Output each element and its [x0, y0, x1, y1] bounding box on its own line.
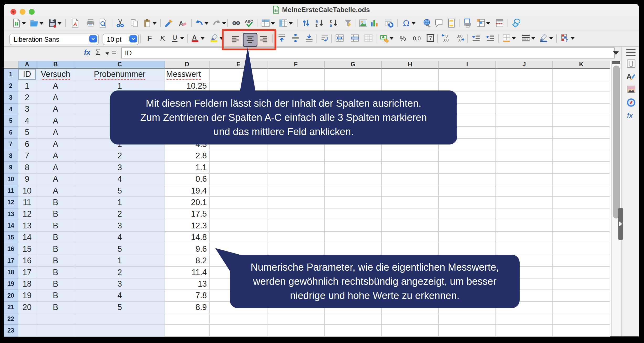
row-operations[interactable]: [260, 17, 271, 29]
row-header-1[interactable]: 1: [4, 69, 18, 80]
insert-image[interactable]: [358, 17, 368, 29]
cell-D10[interactable]: 0.6: [165, 174, 210, 185]
cell-K2[interactable]: [553, 80, 610, 92]
zoom-window-button[interactable]: [29, 9, 35, 15]
cell-D23[interactable]: [165, 325, 210, 336]
cell-K5[interactable]: [553, 115, 610, 127]
cell-G12[interactable]: [325, 197, 382, 208]
cell-J8[interactable]: [496, 150, 553, 162]
unmerge-cells[interactable]: [363, 32, 374, 44]
new-document-dropdown-icon[interactable]: [22, 22, 26, 25]
column-header-C[interactable]: C: [75, 61, 165, 69]
cell-J2[interactable]: [496, 80, 553, 92]
cell-C14[interactable]: 3: [75, 220, 165, 232]
cell-C21[interactable]: 5: [75, 302, 165, 313]
cell-D12[interactable]: 20.1: [165, 197, 210, 208]
cell-D9[interactable]: 1.1: [165, 162, 210, 173]
cell-F15[interactable]: [267, 232, 325, 243]
cell-K13[interactable]: [553, 208, 610, 220]
cell-H8[interactable]: [382, 150, 439, 162]
cell-B3[interactable]: A: [36, 92, 75, 104]
cell-C22[interactable]: [75, 313, 165, 325]
cell-I22[interactable]: [439, 313, 496, 325]
underline[interactable]: U: [170, 32, 180, 44]
border-style[interactable]: [521, 32, 531, 44]
cell-K20[interactable]: [553, 290, 610, 302]
cell-A6[interactable]: 5: [18, 127, 36, 138]
cell-E15[interactable]: [210, 232, 267, 243]
row-header-18[interactable]: 18: [4, 267, 18, 278]
cell-D13[interactable]: 17.5: [165, 208, 210, 220]
cell-D8[interactable]: 2.8: [165, 150, 210, 162]
cell-C11[interactable]: 5: [75, 185, 165, 197]
cell-F8[interactable]: [267, 150, 325, 162]
undo[interactable]: [194, 17, 204, 29]
cell-J6[interactable]: [496, 127, 553, 138]
row-header-13[interactable]: 13: [4, 208, 18, 220]
cell-H1[interactable]: [382, 69, 439, 80]
comment[interactable]: [434, 17, 444, 29]
cell-J13[interactable]: [496, 208, 553, 220]
cell-F13[interactable]: [267, 208, 325, 220]
export-pdf[interactable]: A: [70, 17, 80, 29]
cell-J5[interactable]: [496, 115, 553, 127]
headers-footers[interactable]: [446, 17, 457, 29]
cell-K3[interactable]: [553, 92, 610, 104]
open-dropdown-icon[interactable]: [39, 22, 44, 25]
cell-C12[interactable]: 1: [75, 197, 165, 208]
cell-J4[interactable]: [496, 104, 553, 115]
find-replace[interactable]: [231, 17, 241, 29]
cell-A21[interactable]: 20: [18, 302, 36, 313]
cell-A22[interactable]: [18, 313, 36, 325]
cell-I14[interactable]: [439, 220, 496, 232]
paste[interactable]: [142, 17, 152, 29]
row-header-12[interactable]: 12: [4, 197, 18, 208]
select-function-sum-icon[interactable]: Σ: [96, 48, 101, 57]
cell-D17[interactable]: 8.2: [165, 255, 210, 267]
cell-B6[interactable]: A: [36, 127, 75, 138]
print[interactable]: [85, 17, 96, 29]
merge-and-center[interactable]: [334, 32, 345, 44]
clone-formatting[interactable]: [164, 17, 174, 29]
cell-G11[interactable]: [325, 185, 382, 197]
cell-C15[interactable]: 4: [75, 232, 165, 243]
cell-B15[interactable]: B: [36, 232, 75, 243]
cell-C9[interactable]: 3: [75, 162, 165, 173]
cell-I15[interactable]: [439, 232, 496, 243]
font-size-dropdown-icon[interactable]: [129, 35, 137, 42]
cell-H23[interactable]: [382, 325, 439, 336]
cell-C23[interactable]: [75, 325, 165, 336]
cut[interactable]: [115, 17, 125, 29]
row-header-15[interactable]: 15: [4, 232, 18, 243]
minimize-window-button[interactable]: [20, 9, 25, 15]
select-all-corner[interactable]: [4, 61, 18, 69]
font-name-combo[interactable]: Liberation Sans: [9, 34, 99, 45]
cell-D20[interactable]: 7.8: [165, 290, 210, 302]
close-window-button[interactable]: [10, 9, 16, 15]
wrap-text[interactable]: [320, 32, 330, 44]
cell-A1[interactable]: ID: [18, 69, 36, 80]
cell-E14[interactable]: [210, 220, 267, 232]
cell-E11[interactable]: [210, 185, 267, 197]
cell-H10[interactable]: [382, 174, 439, 185]
cell-I11[interactable]: [439, 185, 496, 197]
column-header-F[interactable]: F: [267, 61, 325, 69]
cell-D19[interactable]: 13: [165, 278, 210, 290]
column-header-A[interactable]: A: [18, 61, 36, 69]
insert-chart[interactable]: [369, 17, 379, 29]
align-top[interactable]: [277, 32, 287, 44]
row-header-16[interactable]: 16: [4, 243, 18, 255]
conditional-formatting[interactable]: ≠: [560, 32, 571, 44]
cell-K10[interactable]: [553, 174, 610, 185]
cell-H22[interactable]: [382, 313, 439, 325]
cell-B20[interactable]: B: [36, 290, 75, 302]
cell-K12[interactable]: [553, 197, 610, 208]
autofilter[interactable]: [343, 17, 353, 29]
cell-C1[interactable]: Probenummer: [75, 69, 165, 80]
cell-B8[interactable]: A: [36, 150, 75, 162]
cell-H13[interactable]: [382, 208, 439, 220]
cell-B4[interactable]: A: [36, 104, 75, 115]
cell-D21[interactable]: 8.9: [165, 302, 210, 313]
cell-K11[interactable]: [553, 185, 610, 197]
cell-K22[interactable]: [553, 313, 610, 325]
